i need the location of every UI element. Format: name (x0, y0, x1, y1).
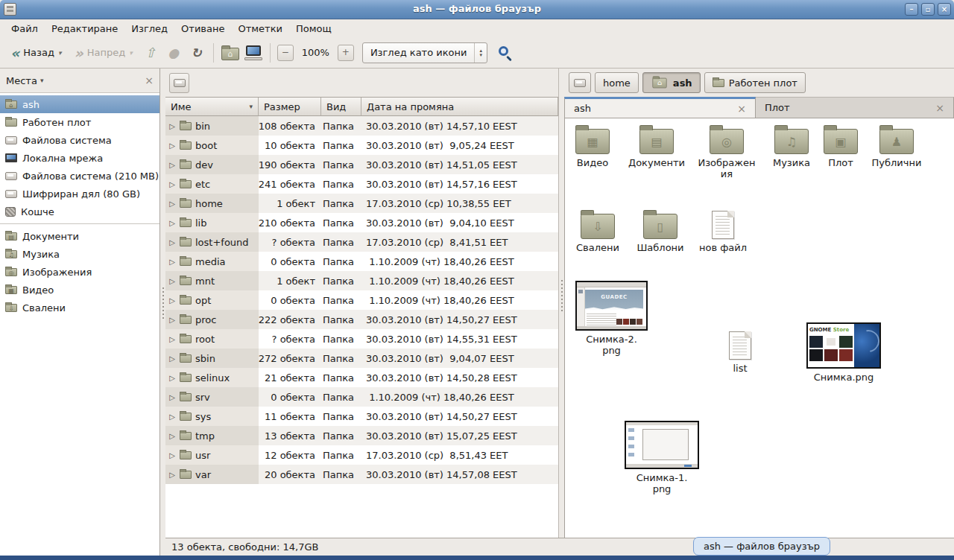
forward-button[interactable]: » Напред ▾ (69, 44, 136, 62)
expander-icon[interactable]: ▷ (168, 374, 176, 382)
table-row-var[interactable]: ▷var 20 обекта Папка 30.03.2010 (вт) 14,… (165, 465, 558, 484)
sidebar-item-downloads[interactable]: ⇩ Свалени (0, 299, 159, 316)
file-item-shot2[interactable]: GUADEC Снимка-2.png (575, 281, 648, 356)
sidebar-item-network[interactable]: Локална мрежа (0, 149, 159, 167)
table-row-home[interactable]: ▷home 1 обект Папка 17.03.2010 (ср) 10,3… (165, 194, 558, 213)
expander-icon[interactable]: ▷ (168, 316, 176, 324)
location-root-button[interactable] (169, 73, 189, 93)
minimize-button[interactable]: – (905, 3, 918, 16)
menu-item-go[interactable]: Отиване (174, 22, 231, 36)
folder-item-documents[interactable]: ▤ Документи (625, 129, 689, 168)
tab-ash[interactable]: ash × (564, 97, 756, 118)
menu-item-edit[interactable]: Редактиране (45, 22, 124, 36)
folder-item-images[interactable]: ◎ Изображения (697, 129, 756, 179)
panes-splitter[interactable] (559, 69, 564, 538)
folder-item-desktop[interactable]: ▣ Плот (816, 129, 865, 168)
sidebar-header[interactable]: Места ▾ × (0, 69, 159, 93)
titlebar[interactable]: ash — файлов браузър – ▫ × (0, 0, 954, 19)
close-button[interactable]: × (938, 3, 951, 16)
expander-icon[interactable]: ▷ (168, 238, 176, 246)
expander-icon[interactable]: ▷ (168, 258, 176, 266)
table-row-usr[interactable]: ▷usr 12 обекта Папка 17.03.2010 (ср) 8,5… (165, 445, 558, 465)
sidebar-item-desktop[interactable]: Работен плот (0, 113, 159, 131)
column-header-name[interactable]: Име▾ (165, 98, 259, 116)
expander-icon[interactable]: ▷ (168, 277, 176, 285)
sidebar-item-music[interactable]: ♫ Музика (0, 245, 159, 263)
column-header-date[interactable]: Дата на промяна (361, 98, 558, 116)
sidebar-splitter[interactable] (160, 69, 165, 556)
reload-button[interactable]: ↻ (187, 43, 206, 63)
up-button[interactable]: ⇧ (141, 43, 160, 63)
spinner-icon[interactable]: ▴▾ (474, 43, 487, 63)
menu-item-bookmarks[interactable]: Отметки (231, 22, 288, 36)
folder-item-video[interactable]: ▦ Видео (565, 129, 620, 168)
table-row-media[interactable]: ▷media 0 обекта Папка 1.10.2009 (чт) 18,… (165, 252, 558, 271)
table-row-lib[interactable]: ▷lib 210 обекта Папка 30.03.2010 (вт) 9,… (165, 213, 558, 232)
sidebar-close-icon[interactable]: × (145, 74, 154, 86)
table-row-dev[interactable]: ▷dev 190 обекта Папка 30.03.2010 (вт) 14… (165, 155, 558, 174)
tab-close-icon[interactable]: × (737, 103, 746, 115)
sidebar-item-filesystem-210[interactable]: Файлова система (210 MB) (0, 167, 159, 185)
zoom-in-button[interactable]: + (338, 45, 354, 61)
home-button[interactable]: ⌂ (221, 43, 240, 63)
breadcrumb-ash-button[interactable]: ⌂ash (642, 72, 701, 93)
back-dropdown-icon[interactable]: ▾ (58, 49, 62, 57)
folder-item-music[interactable]: ♫ Музика (764, 129, 819, 168)
table-row-srv[interactable]: ▷srv 0 обекта Папка 1.10.2009 (чт) 18,40… (165, 387, 558, 407)
table-row-bin[interactable]: ▷bin 108 обекта Папка 30.03.2010 (вт) 14… (165, 116, 558, 136)
expander-icon[interactable]: ▷ (168, 161, 176, 169)
table-row-selinux[interactable]: ▷selinux 21 обекта Папка 30.03.2010 (вт)… (165, 368, 558, 387)
column-header-size[interactable]: Размер (259, 98, 321, 116)
expander-icon[interactable]: ▷ (168, 335, 176, 343)
table-row-sys[interactable]: ▷sys 11 обекта Папка 30.03.2010 (вт) 14,… (165, 407, 558, 426)
maximize-button[interactable]: ▫ (921, 3, 935, 16)
column-header-type[interactable]: Вид (321, 98, 361, 116)
sidebar-item-trash[interactable]: Кошче (0, 203, 159, 220)
icon-view-canvas[interactable]: ▦ Видео ▤ Документи ◎ Изображения ♫ (564, 118, 954, 538)
expander-icon[interactable]: ▷ (168, 180, 176, 188)
back-button[interactable]: « Назад ▾ (6, 44, 66, 62)
file-item-list[interactable]: list (716, 331, 764, 374)
expander-icon[interactable]: ▷ (168, 354, 176, 363)
table-row-tmp[interactable]: ▷tmp 13 обекта Папка 30.03.2010 (вт) 15,… (165, 426, 558, 445)
file-item-new-file[interactable]: нов файл (693, 211, 753, 253)
expander-icon[interactable]: ▷ (168, 471, 176, 479)
menu-item-file[interactable]: Файл (4, 22, 45, 36)
table-row-etc[interactable]: ▷etc 241 обекта Папка 30.03.2010 (вт) 14… (165, 174, 558, 194)
folder-item-downloads[interactable]: ⇩ Свалени (568, 214, 628, 253)
places-dropdown-icon[interactable]: ▾ (40, 77, 44, 84)
file-item-shot[interactable]: GNOME Store Снимка.png (805, 322, 882, 383)
sidebar-item-video[interactable]: ▦ Видео (0, 281, 159, 299)
search-icon[interactable] (499, 46, 511, 59)
expander-icon[interactable]: ▷ (168, 432, 176, 440)
sidebar-item-ash[interactable]: ⌂ ash (0, 95, 159, 113)
table-row-opt[interactable]: ▷opt 0 обекта Папка 1.10.2009 (чт) 18,40… (165, 290, 558, 310)
expander-icon[interactable]: ▷ (168, 451, 176, 459)
expander-icon[interactable]: ▷ (168, 413, 176, 421)
expander-icon[interactable]: ▷ (168, 141, 176, 150)
menu-item-view[interactable]: Изглед (124, 22, 174, 36)
menu-item-help[interactable]: Помощ (289, 22, 338, 36)
sidebar-item-filesystem[interactable]: Файлова система (0, 131, 159, 149)
expander-icon[interactable]: ▷ (168, 296, 176, 305)
expander-icon[interactable]: ▷ (168, 219, 176, 227)
breadcrumb-desktop-button[interactable]: Работен плот (704, 72, 806, 93)
tab-plot[interactable]: Плот × (756, 97, 954, 118)
view-mode-select[interactable]: Изглед като икони ▴▾ (362, 42, 487, 63)
folder-item-public[interactable]: ♟ Публични (867, 129, 926, 168)
expander-icon[interactable]: ▷ (168, 200, 176, 208)
sidebar-item-encrypted[interactable]: Шифриран дял (80 GB) (0, 185, 159, 203)
taskbar-window-button[interactable]: ash — файлов браузър (693, 537, 830, 556)
sidebar-item-documents[interactable]: ▤ Документи (0, 227, 159, 245)
breadcrumb-home-button[interactable]: home (595, 72, 639, 93)
table-row-sbin[interactable]: ▷sbin 272 обекта Папка 30.03.2010 (вт) 9… (165, 349, 558, 368)
table-row-boot[interactable]: ▷boot 10 обекта Папка 30.03.2010 (вт) 9,… (165, 136, 558, 155)
table-row-lost-found[interactable]: ▷lost+found ? обекта Папка 17.03.2010 (с… (165, 232, 558, 252)
sidebar-item-images[interactable]: ◎ Изображения (0, 263, 159, 281)
expander-icon[interactable]: ▷ (168, 393, 176, 401)
table-row-proc[interactable]: ▷proc 222 обекта Папка 30.03.2010 (вт) 1… (165, 310, 558, 329)
tab-close-icon[interactable]: × (935, 102, 944, 114)
computer-button[interactable] (244, 43, 263, 63)
folder-item-templates[interactable]: ▯ Шаблони (631, 214, 690, 253)
breadcrumb-root-button[interactable] (569, 72, 591, 93)
